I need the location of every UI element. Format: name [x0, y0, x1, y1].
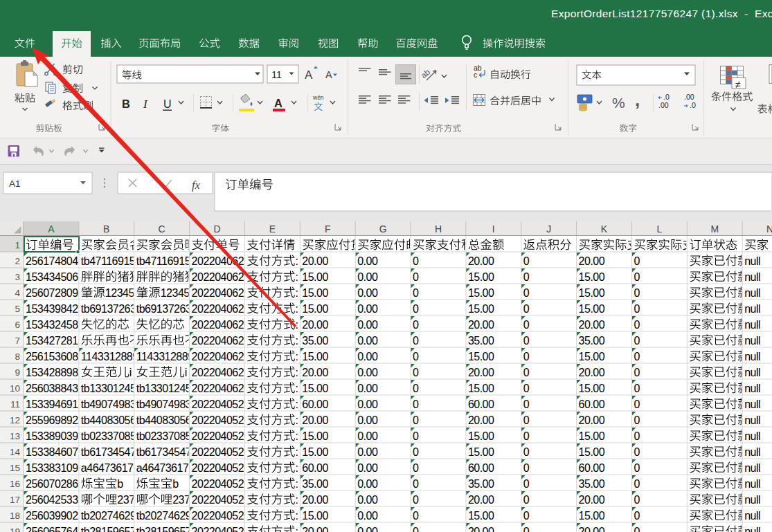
svg-text:tb69137263: tb69137263: [81, 303, 136, 315]
svg-text:15.00: 15.00: [579, 271, 605, 283]
svg-text:0: 0: [523, 351, 530, 363]
svg-text:2022040620: 2022040620: [192, 287, 251, 299]
svg-text:9: 9: [15, 367, 20, 378]
svg-text:0: 0: [634, 494, 640, 506]
svg-text:2: 2: [15, 256, 20, 266]
svg-text:15.00: 15.00: [579, 351, 605, 363]
svg-text:0: 0: [634, 414, 640, 426]
svg-text:null: null: [744, 398, 760, 410]
svg-text::: :: [295, 478, 298, 490]
svg-text:0.00: 0.00: [357, 271, 378, 283]
svg-text:15.00: 15.00: [579, 510, 605, 522]
svg-text:i: i: [185, 367, 187, 378]
svg-text::: :: [295, 462, 298, 474]
svg-text:0: 0: [634, 398, 640, 410]
svg-text:2022040520: 2022040520: [192, 398, 251, 410]
svg-text:15.00: 15.00: [468, 383, 494, 394]
svg-text:null: null: [744, 494, 760, 506]
svg-text:15.00: 15.00: [579, 287, 605, 299]
svg-text:0: 0: [634, 510, 640, 522]
svg-text:0: 0: [413, 367, 419, 378]
svg-text:15: 15: [10, 463, 20, 473]
svg-text:2022040520: 2022040520: [192, 510, 251, 522]
svg-text:K: K: [601, 223, 608, 235]
svg-text:0.00: 0.00: [357, 335, 378, 347]
svg-text:11: 11: [271, 69, 282, 80]
svg-text:0: 0: [523, 319, 530, 331]
svg-text:H: H: [435, 223, 442, 235]
svg-text:60.00: 60.00: [579, 462, 605, 474]
svg-text:35.00: 35.00: [579, 335, 605, 347]
svg-text:15.00: 15.00: [579, 430, 605, 442]
svg-text:2022040520: 2022040520: [192, 414, 251, 426]
svg-text:15.00: 15.00: [302, 351, 328, 363]
svg-text:0.00: 0.00: [357, 383, 378, 394]
svg-text:20.00: 20.00: [468, 255, 494, 267]
svg-text:0: 0: [413, 494, 419, 506]
svg-text:2022040620: 2022040620: [192, 335, 251, 347]
svg-text:2022040620: 2022040620: [192, 255, 251, 267]
svg-text:15.00: 15.00: [302, 510, 328, 522]
svg-text:null: null: [744, 303, 760, 315]
svg-text:0.00: 0.00: [357, 303, 378, 315]
svg-text::: :: [295, 398, 298, 410]
svg-text:0.00: 0.00: [357, 478, 378, 490]
svg-text:0: 0: [413, 271, 419, 283]
svg-text:35.00: 35.00: [468, 478, 494, 490]
svg-text:15.00: 15.00: [468, 287, 494, 299]
svg-text::: :: [295, 255, 298, 267]
svg-text:60.00: 60.00: [302, 398, 328, 410]
svg-text:20.00: 20.00: [468, 526, 494, 532]
svg-text:tb61734547: tb61734547: [136, 446, 192, 458]
svg-text:tb13301245: tb13301245: [81, 383, 136, 394]
svg-text:G: G: [379, 223, 387, 235]
svg-text:0: 0: [634, 383, 640, 394]
svg-text:0: 0: [413, 462, 419, 474]
svg-text:0: 0: [413, 414, 419, 426]
svg-text:60.00: 60.00: [468, 398, 494, 410]
svg-text:null: null: [744, 255, 760, 267]
svg-text::: :: [295, 319, 298, 331]
svg-text:35.00: 35.00: [302, 478, 328, 490]
svg-text:15.00: 15.00: [579, 446, 605, 458]
svg-text:2022040520: 2022040520: [192, 446, 251, 458]
svg-text:0: 0: [413, 303, 419, 315]
svg-text::: :: [295, 494, 298, 506]
svg-text:20.00: 20.00: [468, 367, 494, 378]
svg-text:35.00: 35.00: [302, 335, 328, 347]
svg-text:null: null: [744, 446, 760, 458]
svg-text:20.00: 20.00: [468, 494, 494, 506]
svg-text:15.00: 15.00: [468, 446, 494, 458]
svg-text:A: A: [325, 69, 332, 80]
svg-text:D: D: [213, 223, 220, 235]
svg-text:N: N: [766, 223, 772, 235]
svg-text::: :: [295, 510, 298, 522]
svg-text:U: U: [163, 98, 172, 110]
svg-text:237: 237: [117, 494, 135, 506]
svg-text:20.00: 20.00: [579, 414, 605, 426]
svg-text:0.00: 0.00: [357, 255, 378, 267]
svg-text:ExportOrderList12177576247 (1): ExportOrderList12177576247 (1).xlsx - Ex…: [551, 8, 772, 19]
svg-text:20.00: 20.00: [302, 526, 328, 532]
svg-text::: :: [295, 430, 298, 442]
svg-text:0.00: 0.00: [357, 287, 378, 299]
svg-text:a46473617: a46473617: [136, 462, 189, 474]
svg-text::: :: [295, 446, 298, 458]
svg-text:0: 0: [523, 526, 530, 532]
svg-text:0: 0: [523, 414, 530, 426]
svg-text:tb28159657: tb28159657: [81, 526, 136, 532]
svg-text:11: 11: [10, 399, 20, 410]
svg-text:35.00: 35.00: [579, 478, 605, 490]
svg-text:0: 0: [523, 271, 530, 283]
svg-text:16: 16: [10, 479, 20, 489]
svg-text:1: 1: [15, 240, 20, 250]
svg-text:0: 0: [413, 398, 419, 410]
svg-text:2022040520: 2022040520: [192, 462, 251, 474]
svg-text:C: C: [159, 223, 165, 235]
svg-text:0.00: 0.00: [357, 446, 378, 458]
svg-text:2022040520: 2022040520: [192, 478, 251, 490]
svg-text:0: 0: [634, 526, 640, 532]
svg-text:35.00: 35.00: [468, 335, 494, 347]
svg-text:20.00: 20.00: [579, 319, 605, 331]
svg-text:6: 6: [15, 320, 20, 330]
